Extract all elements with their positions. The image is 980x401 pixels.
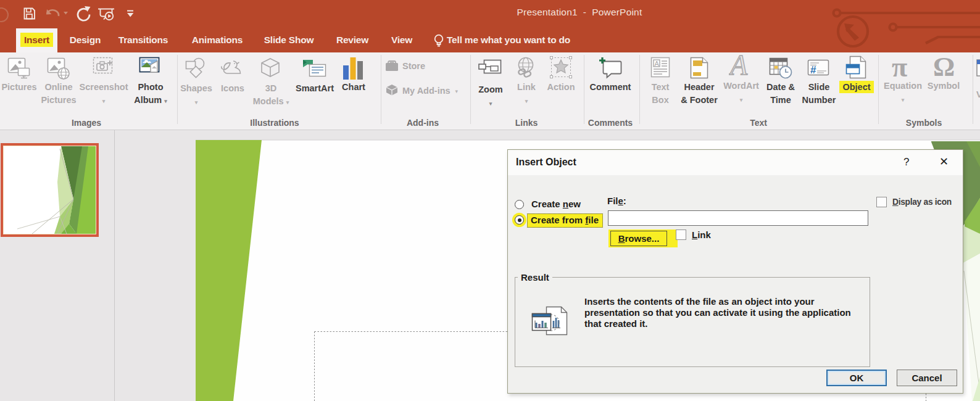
svg-text:π: π	[892, 55, 907, 80]
svg-text:#: #	[810, 64, 816, 76]
svg-text:A: A	[655, 60, 660, 67]
svg-text:Ω: Ω	[933, 55, 954, 80]
svg-text:A: A	[729, 55, 748, 80]
